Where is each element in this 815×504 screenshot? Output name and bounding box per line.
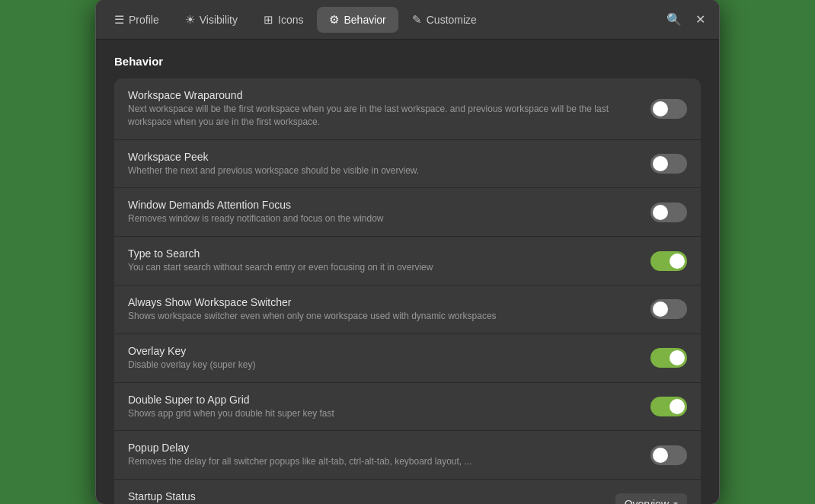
profile-tab-label: Profile [129, 14, 159, 26]
setting-label-startup-status: Startup Status [128, 490, 603, 502]
tab-visibility[interactable]: ☀Visibility [173, 7, 250, 33]
setting-desc-double-super-app-grid: Shows app grid when you double hit super… [128, 407, 638, 420]
toggle-always-show-workspace-switcher[interactable] [650, 299, 687, 319]
icons-tab-icon: ⊞ [264, 13, 273, 27]
tab-customize[interactable]: ✎Customize [400, 7, 489, 33]
setting-desc-always-show-workspace-switcher: Shows workspace switcher even when only … [128, 310, 638, 323]
setting-info-overlay-key: Overlay KeyDisable overlay key (super ke… [128, 345, 638, 372]
setting-row-window-demands-attention: Window Demands Attention FocusRemoves wi… [114, 188, 701, 237]
setting-info-always-show-workspace-switcher: Always Show Workspace SwitcherShows work… [128, 296, 638, 323]
toggle-slider-double-super-app-grid[interactable] [650, 397, 687, 416]
setting-row-type-to-search: Type to SearchYou can start search witho… [114, 237, 701, 285]
dropdown-startup-status[interactable]: Overview▾ [615, 493, 687, 504]
close-icon: ✕ [695, 12, 705, 27]
behavior-tab-icon: ⚙ [329, 13, 339, 27]
toggle-workspace-wraparound[interactable] [650, 99, 687, 119]
settings-window: ☰Profile☀Visibility⊞Icons⚙Behavior✎Custo… [95, 0, 720, 504]
search-icon: 🔍 [666, 12, 682, 27]
setting-desc-window-demands-attention: Removes window is ready notification and… [128, 212, 638, 225]
setting-label-workspace-wraparound: Workspace Wraparound [128, 89, 638, 101]
setting-desc-type-to-search: You can start search without search entr… [128, 261, 638, 274]
setting-row-startup-status: Startup StatusWhen GNOME Shell is starti… [114, 480, 701, 504]
close-button[interactable]: ✕ [687, 7, 713, 33]
tab-icons[interactable]: ⊞Icons [251, 7, 315, 33]
toggle-type-to-search[interactable] [650, 251, 687, 271]
setting-desc-workspace-peek: Whether the next and previous workspace … [128, 164, 638, 177]
chevron-down-icon: ▾ [673, 499, 678, 504]
visibility-tab-icon: ☀ [185, 13, 195, 27]
behavior-tab-label: Behavior [344, 14, 385, 26]
setting-info-startup-status: Startup StatusWhen GNOME Shell is starti… [128, 490, 603, 504]
setting-info-workspace-wraparound: Workspace WraparoundNext workspace will … [128, 89, 638, 129]
toggle-slider-overlay-key[interactable] [650, 348, 687, 368]
toggle-slider-workspace-wraparound[interactable] [650, 99, 687, 119]
section-title: Behavior [114, 55, 701, 68]
setting-desc-workspace-wraparound: Next workspace will be the first workspa… [128, 103, 638, 129]
toggle-slider-window-demands-attention[interactable] [650, 203, 687, 222]
setting-label-overlay-key: Overlay Key [128, 345, 638, 357]
toggle-slider-type-to-search[interactable] [650, 251, 687, 271]
setting-info-type-to-search: Type to SearchYou can start search witho… [128, 247, 638, 274]
profile-tab-icon: ☰ [114, 13, 124, 27]
visibility-tab-label: Visibility [200, 14, 238, 26]
setting-row-overlay-key: Overlay KeyDisable overlay key (super ke… [114, 334, 701, 383]
setting-info-window-demands-attention: Window Demands Attention FocusRemoves wi… [128, 199, 638, 225]
toggle-workspace-peek[interactable] [650, 154, 687, 174]
tab-bar: ☰Profile☀Visibility⊞Icons⚙Behavior✎Custo… [96, 0, 719, 40]
toggle-double-super-app-grid[interactable] [650, 397, 687, 416]
setting-info-popup-delay: Popup DelayRemoves the delay for all swi… [128, 442, 638, 468]
icons-tab-label: Icons [278, 14, 303, 26]
setting-row-workspace-peek: Workspace PeekWhether the next and previ… [114, 140, 701, 189]
setting-row-popup-delay: Popup DelayRemoves the delay for all swi… [114, 431, 701, 480]
search-button[interactable]: 🔍 [661, 7, 687, 33]
setting-row-workspace-wraparound: Workspace WraparoundNext workspace will … [114, 78, 701, 140]
toggle-popup-delay[interactable] [650, 445, 687, 465]
customize-tab-icon: ✎ [412, 13, 422, 27]
settings-list: Workspace WraparoundNext workspace will … [114, 78, 701, 504]
content-area: Behavior Workspace WraparoundNext worksp… [96, 40, 719, 504]
setting-label-workspace-peek: Workspace Peek [128, 151, 638, 163]
setting-label-popup-delay: Popup Delay [128, 442, 638, 454]
tab-behavior[interactable]: ⚙Behavior [317, 7, 398, 33]
dropdown-value-startup-status: Overview [625, 498, 669, 504]
customize-tab-label: Customize [427, 14, 477, 26]
setting-label-double-super-app-grid: Double Super to App Grid [128, 394, 638, 406]
setting-label-always-show-workspace-switcher: Always Show Workspace Switcher [128, 296, 638, 308]
toggle-slider-popup-delay[interactable] [650, 445, 687, 465]
setting-label-window-demands-attention: Window Demands Attention Focus [128, 199, 638, 211]
tab-profile[interactable]: ☰Profile [102, 7, 171, 33]
toggle-slider-always-show-workspace-switcher[interactable] [650, 299, 687, 319]
toggle-window-demands-attention[interactable] [650, 203, 687, 222]
setting-row-always-show-workspace-switcher: Always Show Workspace SwitcherShows work… [114, 285, 701, 334]
setting-info-double-super-app-grid: Double Super to App GridShows app grid w… [128, 394, 638, 420]
setting-desc-overlay-key: Disable overlay key (super key) [128, 359, 638, 372]
setting-desc-popup-delay: Removes the delay for all switcher popup… [128, 455, 638, 468]
setting-label-type-to-search: Type to Search [128, 247, 638, 260]
setting-row-double-super-app-grid: Double Super to App GridShows app grid w… [114, 383, 701, 432]
toggle-slider-workspace-peek[interactable] [650, 154, 687, 174]
setting-info-workspace-peek: Workspace PeekWhether the next and previ… [128, 151, 638, 177]
toggle-overlay-key[interactable] [650, 348, 687, 368]
